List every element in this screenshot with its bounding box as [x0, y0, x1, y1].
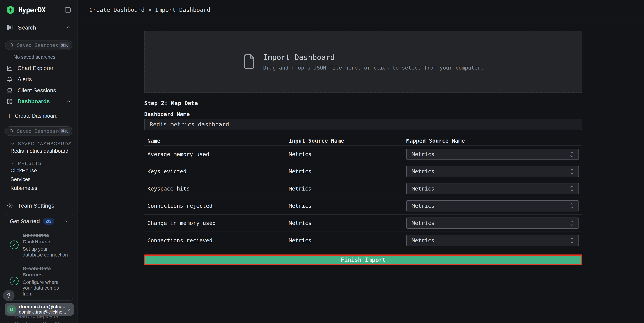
- logo-row: HyperDX: [0, 0, 78, 20]
- plus-icon: +: [8, 113, 11, 119]
- column-header-input-source: Input Source Name: [289, 138, 406, 144]
- create-dashboard-button[interactable]: + Create Dashboard: [0, 110, 78, 121]
- row-input-source: Metrics: [289, 151, 406, 157]
- get-started-progress-badge: 2/3: [43, 218, 54, 225]
- table-row: Connections rejected Metrics Metrics: [144, 197, 582, 215]
- select-chevrons-icon: [569, 185, 574, 192]
- sidebar-item-label: Dashboards: [18, 98, 50, 105]
- app-title: HyperDX: [18, 6, 46, 14]
- select-chevrons-icon: [569, 151, 574, 158]
- no-saved-searches-text: No saved searches: [14, 54, 78, 60]
- row-input-source: Metrics: [289, 220, 406, 226]
- mapped-source-select[interactable]: Metrics: [406, 166, 579, 177]
- row-name: Keyspace hits: [144, 185, 289, 192]
- saved-searches-placeholder: Saved Searches: [17, 42, 59, 48]
- select-chevrons-icon: [569, 237, 574, 244]
- row-name: Average memory used: [144, 151, 289, 157]
- create-dashboard-label: Create Dashboard: [15, 113, 58, 119]
- dashboard-name-label: Dashboard Name: [144, 111, 190, 117]
- search-icon: [9, 43, 14, 48]
- sidebar-section-search[interactable]: Search: [0, 20, 78, 35]
- presets-header-label: PRESETS: [18, 161, 42, 166]
- help-button[interactable]: ?: [3, 290, 14, 302]
- check-circle-icon: ✓: [10, 241, 18, 249]
- laptop-icon: [6, 87, 13, 94]
- row-name: Connections recieved: [144, 237, 289, 244]
- dashboards-grid-icon: [6, 98, 13, 105]
- user-email: dominic.tran@clickho...: [19, 310, 67, 315]
- saved-dashboards-placeholder: Saved Dashboards: [17, 128, 59, 134]
- row-name: Connections rejected: [144, 203, 289, 209]
- table-row: Change in memory used Metrics Metrics: [144, 215, 582, 232]
- table-header-row: Name Input Source Name Mapped Source Nam…: [144, 136, 582, 146]
- preset-item-kubernetes[interactable]: Kubernetes: [0, 184, 78, 193]
- column-header-mapped-source: Mapped Source Name: [406, 138, 582, 144]
- dashboard-name-value: Redis metrics dashboard: [150, 121, 229, 128]
- dashboard-name-input[interactable]: Redis metrics dashboard: [144, 119, 582, 130]
- sidebar: HyperDX Search Saved Searches ⌘K No save…: [0, 0, 78, 323]
- user-menu[interactable]: D dominic.tran@clic... dominic.tran@clic…: [5, 303, 74, 316]
- sidebar-item-dashboards[interactable]: Dashboards: [0, 96, 78, 107]
- sidebar-item-team-settings[interactable]: Team Settings: [0, 200, 78, 211]
- sidebar-item-label: Alerts: [18, 76, 32, 82]
- saved-searches-input[interactable]: Saved Searches ⌘K: [5, 40, 72, 50]
- chevron-down-icon: [10, 161, 15, 166]
- get-started-item-sources[interactable]: ✓ Create Data Sources Configure where yo…: [10, 265, 68, 297]
- check-circle-icon: ✓: [10, 277, 18, 285]
- bell-icon: [6, 76, 13, 82]
- breadcrumb[interactable]: Create Dashboard > Import Dashboard: [89, 6, 210, 13]
- get-started-title: Get Started: [10, 218, 40, 225]
- preset-item-services[interactable]: Services: [0, 175, 78, 184]
- chevron-up-icon[interactable]: [66, 25, 71, 30]
- get-started-item-subtitle: Set up your database connection: [23, 246, 68, 258]
- mapped-source-select[interactable]: Metrics: [406, 235, 579, 246]
- sidebar-item-client-sessions[interactable]: Client Sessions: [0, 85, 78, 96]
- shortcut-badge: ⌘K: [59, 42, 70, 49]
- sidebar-toggle-icon[interactable]: [64, 6, 72, 13]
- select-chevrons-icon: [569, 219, 574, 227]
- team-settings-label: Team Settings: [18, 202, 54, 209]
- select-chevrons-icon: [569, 168, 574, 175]
- file-icon: [243, 54, 256, 70]
- search-section-label: Search: [18, 24, 36, 31]
- get-started-item-connect[interactable]: ✓ Connect to ClickHouse Set up your data…: [10, 232, 68, 258]
- search-icon: [9, 129, 14, 134]
- gear-icon: [6, 202, 13, 209]
- row-name: Change in memory used: [144, 220, 289, 226]
- sidebar-item-alerts[interactable]: Alerts: [0, 74, 78, 85]
- presets-section-header[interactable]: PRESETS: [10, 160, 78, 166]
- saved-dashboards-input[interactable]: Saved Dashboards ⌘K: [5, 126, 72, 136]
- table-row: Keys evicted Metrics Metrics: [144, 163, 582, 180]
- get-started-item-subtitle: Configure where your data comes from: [23, 279, 68, 297]
- search-section-icon: [6, 24, 13, 31]
- chevron-up-icon[interactable]: [63, 219, 68, 224]
- sidebar-item-label: Chart Explorer: [18, 65, 54, 71]
- mapping-table: Name Input Source Name Mapped Source Nam…: [144, 136, 582, 249]
- mapped-source-select[interactable]: Metrics: [406, 183, 579, 194]
- top-bar: Create Dashboard > Import Dashboard: [78, 0, 644, 20]
- import-dropzone[interactable]: Import Dashboard Drag and drop a JSON fi…: [144, 31, 582, 93]
- avatar: D: [7, 305, 16, 314]
- saved-dashboard-item[interactable]: Redis metrics dashboard: [0, 147, 78, 155]
- sidebar-item-chart-explorer[interactable]: Chart Explorer: [0, 63, 78, 74]
- row-input-source: Metrics: [289, 203, 406, 209]
- mapped-source-select[interactable]: Metrics: [406, 218, 579, 229]
- finish-import-button[interactable]: Finish Import: [144, 255, 582, 265]
- row-input-source: Metrics: [289, 168, 406, 175]
- chevron-right-icon: [67, 307, 71, 312]
- select-chevrons-icon: [569, 202, 574, 210]
- dropzone-subtitle: Drag and drop a JSON file here, or click…: [263, 65, 484, 71]
- sidebar-item-label: Client Sessions: [18, 87, 56, 94]
- saved-dashboards-section-header[interactable]: SAVED DASHBOARDS: [10, 141, 78, 147]
- table-row: Connections recieved Metrics Metrics: [144, 232, 582, 249]
- row-input-source: Metrics: [289, 237, 406, 244]
- row-input-source: Metrics: [289, 185, 406, 192]
- chevron-up-icon[interactable]: [66, 99, 71, 104]
- user-name: dominic.tran@clic...: [19, 304, 67, 310]
- mapped-source-select[interactable]: Metrics: [406, 200, 579, 211]
- get-started-item-title: Create Data Sources: [23, 265, 68, 278]
- mapped-source-select[interactable]: Metrics: [406, 149, 579, 160]
- preset-item-clickhouse[interactable]: ClickHouse: [0, 166, 78, 175]
- finish-import-label: Finish Import: [341, 256, 386, 263]
- saved-dashboards-header-label: SAVED DASHBOARDS: [18, 141, 72, 146]
